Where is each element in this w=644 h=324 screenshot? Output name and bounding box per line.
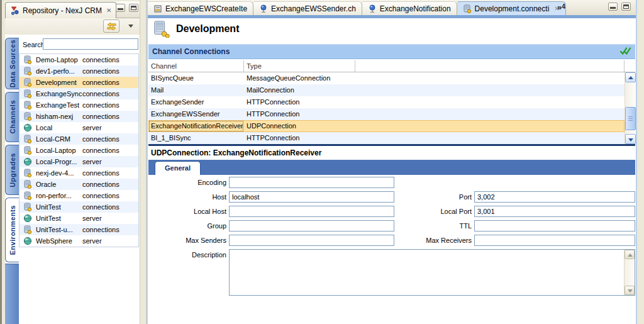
repo-list-item[interactable]: Local-CRM connections <box>19 133 138 145</box>
repo-list-item[interactable]: WebSphere server <box>19 235 138 247</box>
table-row[interactable]: Mail MailConnection <box>148 84 625 96</box>
repo-list-item[interactable]: ExchangeTest connections <box>19 99 138 111</box>
form-field: Max Senders <box>150 235 394 249</box>
item-name: UnitTest-u... <box>36 226 82 233</box>
scrollbar-thumb[interactable] <box>625 107 636 130</box>
environment-icon <box>152 20 170 38</box>
local-host-field[interactable] <box>229 206 394 217</box>
cell-channel: BISyncQueue <box>148 72 244 84</box>
more-tabs-button[interactable]: »4 <box>557 3 565 12</box>
minimize-button[interactable] <box>608 3 618 11</box>
tab-general[interactable]: General <box>155 161 201 175</box>
table-column-header[interactable] <box>625 60 635 72</box>
cell-channel: Mail <box>148 84 244 96</box>
search-input[interactable] <box>43 38 138 50</box>
ttl-field[interactable] <box>474 220 635 232</box>
page-header: Development <box>152 20 239 38</box>
table-row[interactable]: ExchangeEWSSender HTTPConnection <box>148 108 625 120</box>
editor-tab[interactable]: ExchangeEWSCreateIte <box>148 1 253 15</box>
repo-list-item[interactable]: Development connections <box>19 77 138 88</box>
encoding-field[interactable] <box>229 177 394 188</box>
form-field: Port <box>396 191 635 206</box>
connections-icon <box>23 225 32 234</box>
repo-list-item[interactable]: Local-Laptop connections <box>19 145 138 156</box>
maximize-button[interactable] <box>621 3 631 11</box>
item-name: Local-Progr... <box>36 158 82 165</box>
form-column-left: Encoding Host Local Host Group Max Sende… <box>150 177 394 249</box>
connections-icon <box>23 101 32 109</box>
field-label: Max Receivers <box>396 235 472 244</box>
repo-list-item[interactable]: Local server <box>19 122 138 133</box>
item-name: Local-Laptop <box>36 147 82 154</box>
minimize-button[interactable] <box>116 4 125 12</box>
repo-list-item[interactable]: Demo-Laptop connections <box>19 54 138 65</box>
scroll-down-icon[interactable] <box>625 134 636 144</box>
editor-tab[interactable]: Development.connecti ✕ <box>457 1 566 15</box>
cell-type: HTTPConnection <box>244 132 355 144</box>
description-input[interactable] <box>229 249 635 296</box>
max-senders-field[interactable] <box>229 235 394 246</box>
item-name: Demo-Laptop <box>36 56 82 64</box>
sidebar-tab-data-sources[interactable]: Data Sources <box>5 38 19 89</box>
detail-tabbar: General <box>148 160 635 175</box>
repo-list-item[interactable]: dev1-perfo... connections <box>19 65 138 77</box>
form-field: Local Host <box>150 206 394 220</box>
editor-area: ExchangeEWSCreateIte ExchangeEWSSender.c… <box>147 0 637 324</box>
item-name: ron-perfor... <box>36 192 82 199</box>
table-column-header[interactable] <box>355 60 625 72</box>
editor-tab-label: ExchangeNotification <box>380 4 451 13</box>
host-field[interactable] <box>229 191 394 203</box>
tab-strip-filler <box>5 264 19 324</box>
table-row[interactable]: ExchangeSender HTTPConnection <box>148 96 625 108</box>
repo-list-item[interactable]: ron-perfor... connections <box>19 190 138 201</box>
panel-sash[interactable] <box>140 0 147 324</box>
repo-list-item[interactable]: nexj-dev-4... connections <box>19 167 138 179</box>
field-label: Description <box>150 249 226 259</box>
table-row[interactable]: BI_1_BISync HTTPConnection <box>148 132 625 144</box>
repo-list-item[interactable]: hisham-nexj connections <box>19 111 138 122</box>
table-row[interactable]: BISyncQueue MessageQueueConnection <box>148 72 625 84</box>
repo-list-item[interactable]: Local-Progr... server <box>19 156 138 167</box>
editor-tab[interactable]: ExchangeNotification <box>362 1 457 15</box>
repo-list-item[interactable]: UnitTest-u... connections <box>19 224 138 235</box>
connections-icon <box>23 89 32 98</box>
connections-icon <box>23 191 32 200</box>
repo-list-item[interactable]: Oracle connections <box>19 179 138 190</box>
repo-list-item[interactable]: ExchangeSync connections <box>19 88 138 99</box>
group-field[interactable] <box>229 220 394 232</box>
port-field[interactable] <box>474 191 635 203</box>
view-tab-repository[interactable]: Repository - NexJ CRM ✕ <box>5 2 116 18</box>
field-label: Host <box>150 191 226 201</box>
server-icon <box>23 214 32 223</box>
connections-icon <box>23 112 32 121</box>
section-title: Channel Connections <box>148 45 635 59</box>
item-name: Local-CRM <box>36 135 82 143</box>
item-name: Local <box>36 124 82 131</box>
table-header: ChannelType <box>148 60 635 72</box>
item-type: connections <box>82 169 138 177</box>
link-with-editor-button[interactable] <box>103 20 119 33</box>
scroll-up-icon <box>625 250 635 259</box>
table-column-header[interactable]: Type <box>244 60 355 72</box>
cell-type: HTTPConnection <box>244 108 355 120</box>
close-icon[interactable]: ✕ <box>105 7 111 14</box>
max-receivers-field[interactable] <box>474 235 635 246</box>
table-column-header[interactable]: Channel <box>148 60 244 72</box>
scroll-up-icon[interactable] <box>625 72 636 82</box>
table-row[interactable]: ExchangeNotificationReceiver UDPConnecti… <box>148 120 625 132</box>
form-field: Host <box>150 191 394 206</box>
editor-tab[interactable]: ExchangeEWSSender.ch <box>253 1 362 15</box>
sidebar-tab-upgrades[interactable]: Upgrades <box>5 145 19 195</box>
vertical-tab-label: Environments <box>9 205 16 255</box>
field-label: Local Port <box>396 206 472 215</box>
repo-list-item[interactable]: UnitTest server <box>19 213 138 224</box>
connections-icon <box>23 180 32 189</box>
maximize-button[interactable] <box>129 4 138 12</box>
local-port-field[interactable] <box>474 206 635 217</box>
view-menu-icon[interactable] <box>128 25 133 28</box>
sidebar-tab-environments[interactable]: Environments <box>5 198 19 262</box>
cell-type: UDPConnection <box>244 120 355 132</box>
sidebar-tab-channels[interactable]: Channels <box>5 92 19 142</box>
repo-list-item[interactable]: UnitTest connections <box>19 201 138 213</box>
server-icon <box>23 123 32 132</box>
